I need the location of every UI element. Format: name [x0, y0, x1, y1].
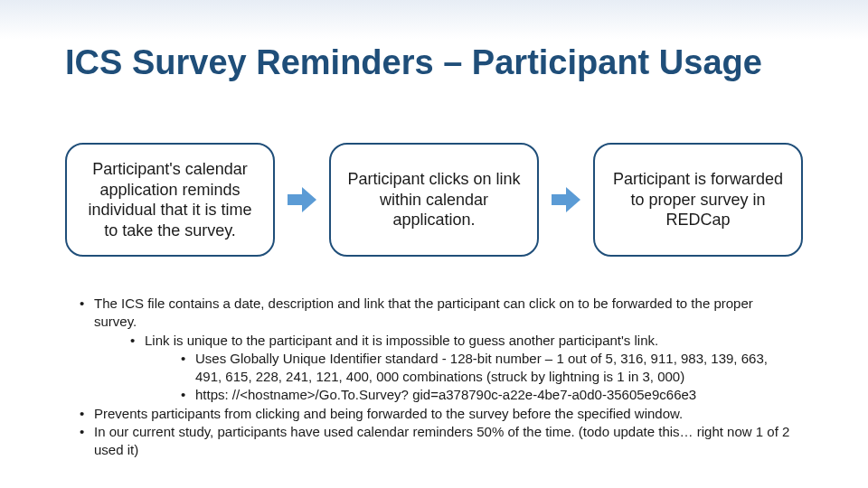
flow-step-2-text: Participant clicks on link within calend…: [344, 169, 524, 230]
bullet-text: Prevents participants from clicking and …: [94, 406, 683, 421]
bullet-item: https: //<hostname>/Go.To.Survey? gid=a3…: [181, 386, 796, 404]
flow-step-3-text: Participant is forwarded to proper surve…: [608, 169, 788, 230]
bullet-item: Prevents participants from clicking and …: [80, 405, 796, 423]
bullet-text: In our current study, participants have …: [94, 424, 789, 457]
slide: ICS Survey Reminders – Participant Usage…: [0, 0, 868, 488]
flow-step-3: Participant is forwarded to proper surve…: [593, 143, 803, 257]
flow-step-1-text: Participant's calendar application remin…: [80, 159, 260, 240]
bullet-item: Uses Globally Unique Identifier standard…: [181, 350, 796, 387]
bullet-text: Link is unique to the participant and it…: [145, 333, 658, 348]
bullet-text: Uses Globally Unique Identifier standard…: [195, 351, 768, 384]
arrow-icon: [552, 187, 580, 212]
slide-title: ICS Survey Reminders – Participant Usage: [65, 43, 762, 82]
arrow-icon: [288, 187, 316, 212]
flow-step-1: Participant's calendar application remin…: [65, 143, 275, 257]
bullet-item: In our current study, participants have …: [80, 423, 796, 460]
process-flow: Participant's calendar application remin…: [65, 143, 803, 257]
bullet-text: https: //<hostname>/Go.To.Survey? gid=a3…: [195, 387, 696, 402]
bullet-item: Link is unique to the participant and it…: [130, 332, 796, 405]
bullet-item: The ICS file contains a date, descriptio…: [80, 295, 796, 405]
flow-step-2: Participant clicks on link within calend…: [329, 143, 539, 257]
bullet-list: The ICS file contains a date, descriptio…: [80, 295, 796, 459]
bullet-text: The ICS file contains a date, descriptio…: [94, 296, 753, 329]
